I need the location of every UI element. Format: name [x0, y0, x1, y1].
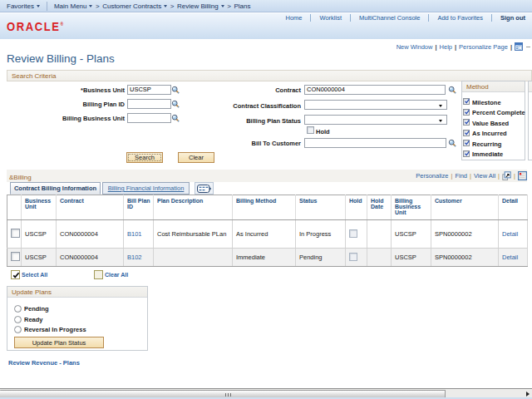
breadcrumb-main-menu[interactable]: Main Menu	[54, 2, 93, 10]
link-divider: |	[510, 43, 512, 51]
radio-reversal-in-progress[interactable]	[14, 326, 22, 333]
clear-all-checkbox[interactable]	[94, 270, 103, 279]
toolbar-separator: |	[514, 172, 515, 180]
find-link[interactable]: Find	[455, 172, 467, 180]
link-divider: |	[455, 43, 456, 51]
search-button[interactable]: Search	[126, 152, 163, 163]
row2-plan-description	[154, 249, 233, 267]
radio-label: Ready	[24, 316, 43, 323]
copy-url-icon[interactable]	[515, 42, 523, 51]
toolbar-separator: |	[451, 172, 452, 180]
toolbar-separator: |	[470, 172, 471, 180]
business-unit-input[interactable]: USCSP	[127, 85, 171, 95]
row2-select-checkbox[interactable]	[11, 252, 20, 261]
horizontal-scrollbar[interactable]	[0, 388, 532, 397]
billing-plan-id-input[interactable]	[127, 99, 171, 109]
scrollbar-grip	[225, 393, 232, 397]
billing-business-unit-input[interactable]	[127, 113, 171, 123]
zoom-grid-icon[interactable]	[502, 171, 511, 180]
row1-plan-description: Cost Reimbursable PLan	[154, 220, 233, 249]
clear-all-link[interactable]: Clear All	[105, 272, 128, 278]
select-all-checkbox[interactable]	[11, 270, 20, 279]
add-to-favorites-link[interactable]: Add to Favorites	[437, 14, 483, 22]
tab-billing-financial-information[interactable]: Billing Financial Information	[102, 182, 190, 195]
method-checkbox-immediate[interactable]	[463, 150, 470, 157]
row2-detail-link[interactable]: Detail	[502, 254, 518, 261]
method-checkbox-milestone[interactable]	[463, 98, 470, 105]
method-header: Method	[462, 81, 525, 92]
radio-ready[interactable]	[14, 316, 22, 323]
select-all-link[interactable]: Select All	[22, 272, 47, 278]
multichannel-console-link[interactable]: MultiChannel Console	[359, 14, 420, 22]
row1-detail-link[interactable]: Detail	[502, 230, 518, 238]
bill-to-customer-input[interactable]	[304, 138, 446, 148]
grid-row-1: USCSP CON0000004 B101 Cost Reimbursable …	[7, 220, 528, 249]
breadcrumb-separator: >	[96, 2, 100, 10]
sign-out-link[interactable]: Sign out	[500, 14, 525, 22]
tab-contract-billing-information[interactable]: Contract Billing Information	[10, 182, 101, 195]
billing-plan-id-lookup-icon[interactable]	[171, 100, 180, 109]
col-hold: Hold	[346, 195, 367, 220]
radio-pending[interactable]	[14, 305, 22, 313]
page-title: Review Billing - Plans	[7, 52, 115, 65]
billing-business-unit-label: Billing Business Unit	[50, 115, 125, 122]
breadcrumb-customer-contracts[interactable]: Customer Contracts	[102, 2, 167, 10]
hold-checkbox[interactable]	[307, 126, 314, 134]
contract-lookup-icon[interactable]	[448, 86, 457, 95]
grid-toolbar: Personalize | Find | View All | |	[416, 171, 527, 180]
help-link[interactable]: Help	[440, 43, 452, 51]
col-billing-business-unit: Billing Business Unit	[392, 195, 431, 220]
personalize-link[interactable]: Personalize	[416, 172, 448, 180]
row2-bill-plan-id-link[interactable]: B102	[127, 254, 142, 261]
row1-hold-date	[367, 220, 392, 249]
download-icon[interactable]	[518, 171, 527, 180]
billing-business-unit-lookup-icon[interactable]	[171, 114, 180, 123]
row1-business-unit: USCSP	[22, 220, 57, 249]
review-revenue-plans-link[interactable]: Review Revenue - Plans	[8, 359, 80, 367]
hold-label: Hold	[316, 128, 330, 135]
grid-row-2: USCSP CON0000004 B102 Immediate Pending …	[7, 249, 528, 267]
breadcrumb-review-billing[interactable]: Review Billing	[177, 2, 224, 10]
billing-plan-status-label: Billing Plan Status	[218, 117, 301, 125]
breadcrumb-separator: >	[227, 2, 231, 10]
page-links: New Window | Help | Personalize Page |	[397, 42, 530, 51]
row1-billing-method: As Incurred	[233, 220, 296, 249]
bill-to-customer-lookup-icon[interactable]	[448, 139, 457, 148]
method-checkbox-recurring[interactable]	[463, 140, 470, 146]
row2-status: Pending	[296, 249, 346, 267]
link-divider	[491, 14, 492, 22]
link-divider	[310, 14, 311, 22]
new-window-link[interactable]: New Window	[397, 43, 433, 51]
contract-input[interactable]: CON0000004	[304, 85, 446, 95]
personalize-page-link[interactable]: Personalize Page	[459, 43, 508, 51]
row2-contract: CON0000004	[57, 249, 124, 267]
chevron-down-icon	[221, 5, 224, 7]
row1-bill-plan-id-link[interactable]: B101	[127, 230, 142, 238]
partial-groupbox-header	[529, 81, 532, 92]
row2-billing-method: Immediate	[233, 249, 296, 267]
update-plan-status-button[interactable]: Update Plan Status	[14, 337, 104, 348]
contract-classification-select[interactable]	[304, 100, 447, 110]
method-checkbox-as-incurred[interactable]	[463, 130, 470, 136]
breadcrumb-favorites[interactable]: Favorites	[7, 2, 40, 10]
method-label: Value Based	[472, 120, 509, 127]
worklist-link[interactable]: Worklist	[319, 14, 342, 22]
dash	[526, 47, 530, 47]
method-checkbox-percent-complete[interactable]	[463, 109, 470, 116]
chevron-down-icon	[37, 5, 40, 7]
tab-show-all-columns[interactable]	[195, 182, 214, 195]
billing-plan-status-select[interactable]	[304, 115, 447, 125]
col-plan-description: Plan Description	[154, 195, 233, 220]
clear-button[interactable]: Clear	[178, 152, 214, 163]
row1-select-checkbox[interactable]	[11, 229, 20, 238]
row1-hold-checkbox	[349, 229, 357, 238]
peoplesoft-page: Favorites Main Menu > Customer Contracts…	[0, 0, 532, 399]
view-all-link[interactable]: View All	[474, 172, 495, 180]
home-link[interactable]: Home	[285, 14, 302, 22]
col-contract: Contract	[57, 195, 124, 220]
toolbar-separator: |	[498, 172, 500, 180]
radio-label: Reversal In Progress	[24, 326, 86, 333]
business-unit-lookup-icon[interactable]	[171, 86, 180, 95]
method-checkbox-value-based[interactable]	[463, 119, 470, 126]
scrollbar-right-arrow[interactable]	[526, 392, 530, 397]
